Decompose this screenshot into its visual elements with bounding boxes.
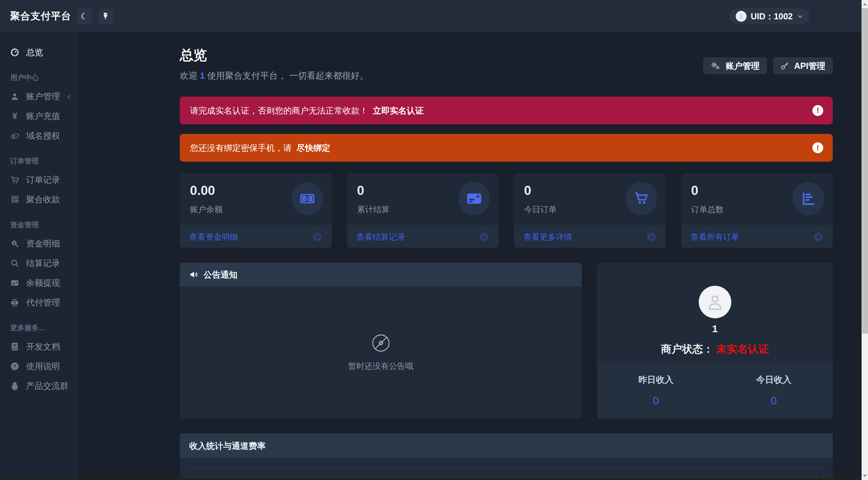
exclamation-circle-icon: ! xyxy=(812,142,823,153)
balance-footer-link[interactable]: 查看资金明细 xyxy=(180,225,332,248)
page-title: 总览 xyxy=(180,46,368,64)
today-income-label: 今日收入 xyxy=(756,374,791,386)
scrollbar-up-button[interactable] xyxy=(862,0,868,8)
merchant-uid: 1 xyxy=(712,323,718,335)
vertical-scrollbar[interactable] xyxy=(862,0,868,480)
sidebar-item-product-group[interactable]: 产品交流群 xyxy=(0,376,78,396)
page-title-block: 总览 欢迎 1 使用聚合支付平台， 一切看起来都很好。 xyxy=(180,46,368,82)
window-bottom-edge xyxy=(0,478,868,480)
svg-text:$: $ xyxy=(13,241,16,245)
brush-icon xyxy=(101,12,110,20)
today-income-value: 0 xyxy=(771,395,777,407)
search-dollar-icon: $ xyxy=(10,239,19,248)
sidebar-item-dev-docs[interactable]: 开发文档 xyxy=(0,337,78,356)
sidebar-item-label: 开发文档 xyxy=(26,341,60,352)
merchant-status-line: 商户状态：未实名认证 xyxy=(661,342,769,356)
chevron-down-icon xyxy=(797,13,804,20)
announcement-panel: 公告通知 暂时还没有公告哦 xyxy=(180,263,582,419)
sidebar-item-label: 代付管理 xyxy=(26,297,60,308)
phone-bind-alert-link[interactable]: 尽快绑定 xyxy=(296,142,330,154)
moon-icon: ☾ xyxy=(80,12,88,21)
triangle-down-icon xyxy=(863,475,867,477)
theme-button[interactable] xyxy=(98,8,113,24)
sidebar-section-order-manage: 订单管理 xyxy=(10,156,78,166)
question-circle-icon: ? xyxy=(10,362,19,371)
chevron-left-icon: ‹ xyxy=(67,91,71,101)
sidebar-item-payout-manage[interactable]: 代付管理 xyxy=(0,293,78,312)
sidebar-item-label: 账户管理 xyxy=(26,91,60,102)
total-orders-link-label[interactable]: 查看所有订单 xyxy=(691,232,739,242)
phone-bind-alert-text: 您还没有绑定密保手机，请 xyxy=(190,142,292,154)
search-icon xyxy=(10,259,19,268)
today-income: 今日收入 0 xyxy=(715,362,833,419)
sidebar-item-aggregate-collect[interactable]: 聚合收款 xyxy=(0,189,78,209)
yesterday-income-label: 昨日收入 xyxy=(638,374,674,386)
main-content: 总览 欢迎 1 使用聚合支付平台， 一切看起来都很好。 账户管理 API管理 xyxy=(78,32,862,480)
sidebar-item-account-recharge[interactable]: ¥ 账户充值 xyxy=(0,106,78,126)
speaker-icon xyxy=(189,270,198,279)
stat-cards: 0.00 账户余额 查看资金明细 0 累计结算 xyxy=(180,173,833,248)
sidebar-item-label: 余额提现 xyxy=(26,277,60,288)
income-stats-body xyxy=(180,458,833,480)
sidebar-item-usage-guide[interactable]: ? 使用说明 xyxy=(0,356,78,376)
sidebar-item-label: 账户充值 xyxy=(26,111,60,122)
sidebar-item-balance-withdraw[interactable]: 余额提现 xyxy=(0,273,78,293)
scrollbar-down-button[interactable] xyxy=(862,472,868,480)
announcement-title: 公告通知 xyxy=(204,269,237,280)
app-window: 聚合支付平台 ☾ UID：1002 总览 用户中心 xyxy=(0,0,868,480)
sidebar-section-user-center: 用户中心 xyxy=(10,73,78,82)
user-menu[interactable]: UID：1002 xyxy=(730,8,810,24)
money-transfer-icon xyxy=(10,298,19,307)
gauge-icon xyxy=(10,48,19,57)
sidebar-item-domain-auth[interactable]: e 域名授权 xyxy=(0,126,78,145)
sidebar-section-fund-manage: 资金管理 xyxy=(10,220,78,229)
settled-link-label[interactable]: 查看结算记录 xyxy=(356,232,405,242)
sidebar-item-settle-records[interactable]: 结算记录 xyxy=(0,253,78,273)
realname-alert: 请完成实名认证，否则您的商户无法正常收款！ 立即实名认证 ! xyxy=(180,97,833,124)
settled-footer-link[interactable]: 查看结算记录 xyxy=(347,225,499,248)
account-manage-button[interactable]: 账户管理 xyxy=(703,57,767,74)
cart-icon xyxy=(626,182,657,215)
income-stats-panel: 收入统计与通道费率 xyxy=(180,434,833,480)
announcement-empty-text: 暂时还没有公告哦 xyxy=(348,361,413,372)
top-header: 聚合支付平台 ☾ UID：1002 xyxy=(0,0,862,32)
sidebar-item-label: 资金明细 xyxy=(26,238,60,249)
welcome-uid: 1 xyxy=(200,71,205,81)
sidebar-item-fund-details[interactable]: $ 资金明细 xyxy=(0,234,78,253)
dark-mode-button[interactable]: ☾ xyxy=(77,8,92,24)
sidebar-item-overview[interactable]: 总览 xyxy=(0,42,78,62)
api-manage-button[interactable]: API管理 xyxy=(773,57,833,74)
sidebar-nav: 总览 用户中心 账户管理 ‹ ¥ 账户充值 e 域名授权 订单管理 订单记录 xyxy=(0,32,78,480)
triangle-up-icon xyxy=(863,3,867,5)
today-orders-footer-link[interactable]: 查看更多详情 xyxy=(514,225,666,248)
welcome-suffix: 使用聚合支付平台， 一切看起来都很好。 xyxy=(205,71,368,81)
sidebar-section-more-services: 更多服务... xyxy=(10,323,78,333)
book-icon xyxy=(10,342,19,351)
sidebar-item-account-manage[interactable]: 账户管理 ‹ xyxy=(0,86,78,106)
svg-text:e: e xyxy=(13,133,15,139)
merchant-status-label: 商户状态： xyxy=(661,343,714,355)
stat-card-body: 0 累计结算 xyxy=(347,173,499,225)
stat-card-body: 0 订单总数 xyxy=(681,173,833,225)
realname-alert-link[interactable]: 立即实名认证 xyxy=(373,105,424,116)
balance-link-label[interactable]: 查看资金明细 xyxy=(189,232,238,242)
merchant-status-value: 未实名认证 xyxy=(716,343,769,355)
merchant-income-footer: 昨日收入 0 今日收入 0 xyxy=(597,362,833,419)
sidebar-item-label: 聚合收款 xyxy=(26,194,60,205)
sidebar-item-label: 产品交流群 xyxy=(26,380,69,392)
svg-text:?: ? xyxy=(13,363,16,369)
brand-title: 聚合支付平台 xyxy=(10,9,71,23)
phone-bind-alert: 您还没有绑定密保手机，请 尽快绑定 ! xyxy=(180,134,833,162)
stat-card-body: 0 今日订单 xyxy=(514,173,666,225)
total-orders-footer-link[interactable]: 查看所有订单 xyxy=(681,225,833,248)
account-manage-label: 账户管理 xyxy=(726,60,759,72)
id-card-icon xyxy=(459,182,490,215)
merchant-avatar xyxy=(699,286,731,318)
no-disc-icon xyxy=(371,334,390,353)
welcome-prefix: 欢迎 xyxy=(180,71,200,81)
scrollbar-thumb[interactable] xyxy=(862,8,868,334)
sidebar-item-order-records[interactable]: 订单记录 xyxy=(0,170,78,189)
key-icon xyxy=(780,61,789,70)
today-orders-link-label[interactable]: 查看更多详情 xyxy=(523,232,572,242)
arrow-circle-right-icon xyxy=(646,232,656,242)
